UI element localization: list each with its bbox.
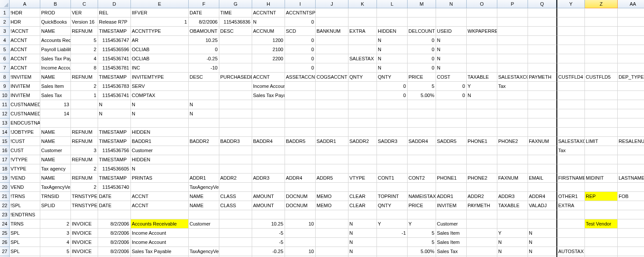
cell-B6[interactable]: Sales Tax Payable — [40, 54, 71, 63]
cell-D14[interactable]: TIMESTAMP — [98, 128, 131, 137]
cell-Q6[interactable] — [528, 54, 556, 63]
row-header-15[interactable]: 15 — [0, 137, 10, 146]
row-header-7[interactable]: 7 — [0, 63, 10, 73]
cell-K27[interactable]: N — [348, 247, 377, 256]
column-header-O[interactable]: O — [467, 0, 497, 8]
row-header-24[interactable]: 24 — [0, 219, 10, 229]
cell-K1[interactable] — [348, 8, 377, 17]
cell-I18[interactable] — [285, 164, 316, 174]
cell-N11[interactable] — [436, 100, 467, 109]
select-all-corner[interactable] — [0, 0, 10, 8]
row-header-26[interactable]: 26 — [0, 238, 10, 247]
cell-P1[interactable] — [497, 8, 528, 17]
cell-L5[interactable]: N — [377, 45, 408, 54]
cell-E22[interactable]: ACCNT — [131, 201, 189, 210]
cell-F22[interactable]: NAME — [189, 201, 219, 210]
cell-C1[interactable]: VER — [71, 8, 98, 17]
cell-L20[interactable] — [377, 183, 408, 192]
cell-Y18[interactable] — [556, 164, 585, 174]
cell-N16[interactable] — [436, 146, 467, 155]
cell-I10[interactable] — [285, 91, 316, 100]
cell-G20[interactable] — [219, 183, 252, 192]
cell-N26[interactable]: Sales Item — [436, 238, 467, 247]
cell-O18[interactable] — [467, 164, 497, 174]
cell-G13[interactable] — [219, 118, 252, 128]
cell-Q15[interactable]: FAXNUM — [528, 137, 556, 146]
cell-J21[interactable]: MEMO — [316, 192, 348, 201]
cell-G18[interactable] — [219, 164, 252, 174]
cell-B19[interactable]: NAME — [40, 174, 71, 183]
cell-J6[interactable] — [316, 54, 348, 63]
cell-A16[interactable]: CUST — [10, 146, 40, 155]
cell-G12[interactable] — [219, 109, 252, 118]
cell-K18[interactable] — [348, 164, 377, 174]
cell-O21[interactable]: ADDR2 — [467, 192, 497, 201]
cell-H7[interactable] — [252, 63, 285, 73]
cell-Y7[interactable] — [556, 63, 585, 73]
cell-Q12[interactable] — [528, 109, 556, 118]
cell-D11[interactable]: N — [98, 100, 131, 109]
cell-K14[interactable] — [348, 128, 377, 137]
row-header-14[interactable]: 14 — [0, 128, 10, 137]
cell-H3[interactable]: ACCNUM — [252, 27, 285, 36]
cell-K16[interactable] — [348, 146, 377, 155]
cell-P18[interactable] — [497, 164, 528, 174]
cell-I6[interactable]: 0 — [285, 54, 316, 63]
cell-A26[interactable]: SPL — [10, 238, 40, 247]
cell-K4[interactable] — [348, 36, 377, 45]
cell-AA18[interactable] — [618, 164, 644, 174]
row-header-13[interactable]: 13 — [0, 118, 10, 128]
column-header-D[interactable]: D — [98, 0, 131, 8]
cell-AA3[interactable] — [618, 27, 644, 36]
cell-Y24[interactable] — [556, 219, 585, 229]
cell-O12[interactable] — [467, 109, 497, 118]
cell-L25[interactable]: -1 — [377, 229, 408, 238]
cell-N1[interactable] — [436, 8, 467, 17]
cell-A22[interactable]: !SPL — [10, 201, 40, 210]
cell-G17[interactable] — [219, 155, 252, 164]
row-header-6[interactable]: 6 — [0, 54, 10, 63]
cell-AA13[interactable] — [618, 118, 644, 128]
cell-E16[interactable]: Customer — [131, 146, 189, 155]
cell-Y9[interactable] — [556, 82, 585, 91]
column-header-H[interactable]: H — [252, 0, 285, 8]
cell-B14[interactable]: NAME — [40, 128, 71, 137]
cell-C15[interactable]: REFNUM — [71, 137, 98, 146]
cell-B24[interactable]: 2 — [40, 219, 71, 229]
cell-D15[interactable]: TIMESTAMP — [98, 137, 131, 146]
cell-E26[interactable]: Income Account — [131, 238, 189, 247]
cell-G4[interactable] — [219, 36, 252, 45]
row-header-12[interactable]: 12 — [0, 109, 10, 118]
cell-J13[interactable] — [316, 118, 348, 128]
cell-O17[interactable] — [467, 155, 497, 164]
cell-F1[interactable]: DATE — [189, 8, 219, 17]
cell-M7[interactable]: 0 — [408, 63, 436, 73]
column-header-K[interactable]: K — [348, 0, 377, 8]
cell-Y10[interactable] — [556, 91, 585, 100]
cell-A27[interactable]: SPL — [10, 247, 40, 256]
cell-Q5[interactable] — [528, 45, 556, 54]
cell-P8[interactable]: SALESTAXCODE — [497, 73, 528, 82]
cell-L4[interactable]: N — [377, 36, 408, 45]
cell-F18[interactable] — [189, 164, 219, 174]
cell-C25[interactable]: INVOICE — [71, 229, 98, 238]
cell-J12[interactable] — [316, 109, 348, 118]
cell-N7[interactable]: N — [436, 63, 467, 73]
cell-E12[interactable]: N — [131, 109, 189, 118]
cell-F16[interactable] — [189, 146, 219, 155]
cell-Z22[interactable] — [585, 201, 618, 210]
cell-Y13[interactable] — [556, 118, 585, 128]
cell-B21[interactable]: TRNSID — [40, 192, 71, 201]
cell-O10[interactable]: N — [467, 91, 497, 100]
cell-K5[interactable] — [348, 45, 377, 54]
cell-J4[interactable] — [316, 36, 348, 45]
cell-C12[interactable] — [71, 109, 98, 118]
cell-H25[interactable]: -5 — [252, 229, 285, 238]
cell-O5[interactable] — [467, 45, 497, 54]
cell-B10[interactable]: Sales Tax — [40, 91, 71, 100]
cell-AA22[interactable] — [618, 201, 644, 210]
cell-B27[interactable]: 5 — [40, 247, 71, 256]
cell-Z14[interactable] — [585, 128, 618, 137]
cell-K11[interactable] — [348, 100, 377, 109]
cell-J23[interactable] — [316, 210, 348, 219]
